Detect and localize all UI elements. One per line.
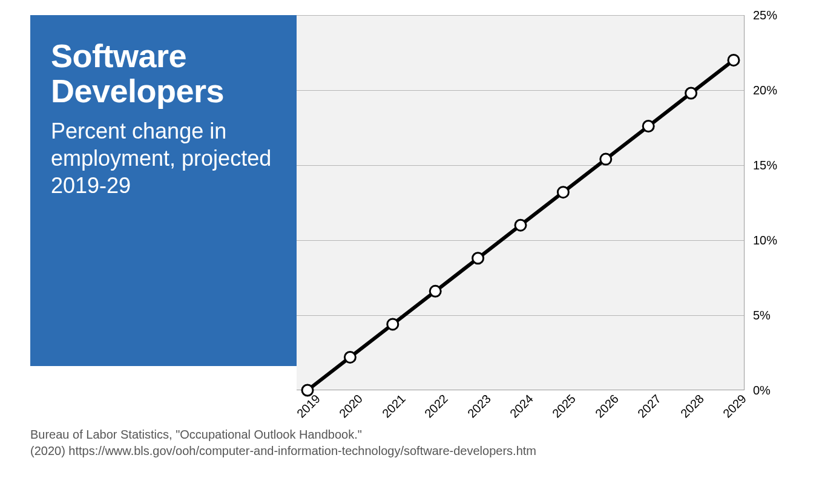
chart-subtitle: Percent change in employment, projected … (51, 117, 276, 199)
y-axis-tick: 5% (753, 309, 771, 322)
x-axis-tick: 2025 (550, 392, 579, 421)
x-axis-tick: 2023 (465, 392, 494, 421)
data-point (557, 187, 568, 198)
x-axis-tick: 2021 (380, 392, 409, 421)
plot-area: 0%5%10%15%20%25%201920202021202220232024… (297, 15, 745, 390)
x-axis-tick: 2022 (422, 392, 451, 421)
data-point (473, 253, 484, 264)
data-point (302, 385, 313, 396)
y-axis-tick: 0% (753, 384, 771, 398)
data-point (515, 220, 526, 231)
y-axis-tick: 20% (753, 83, 777, 97)
data-point (728, 54, 739, 65)
source-line-1: Bureau of Labor Statistics, "Occupationa… (30, 427, 793, 443)
x-axis-tick: 2027 (635, 392, 664, 421)
data-point (430, 286, 441, 296)
source-line-2: (2020) https://www.bls.gov/ooh/computer-… (30, 443, 793, 459)
line-series (297, 15, 745, 390)
data-point (387, 319, 398, 330)
x-axis-tick: 2029 (720, 392, 749, 421)
x-axis-tick: 2020 (337, 392, 366, 421)
chart-title: Software Developers (51, 38, 276, 109)
info-panel: Software Developers Percent change in em… (30, 15, 297, 366)
x-axis-tick: 2028 (678, 392, 707, 421)
y-axis-tick: 15% (753, 159, 777, 172)
title-line-2: Developers (51, 73, 224, 109)
x-axis-tick: 2026 (593, 392, 622, 421)
x-axis-tick: 2024 (507, 392, 536, 421)
data-point (643, 121, 654, 132)
data-point (600, 154, 611, 165)
data-point (686, 88, 697, 99)
title-line-1: Software (51, 38, 186, 74)
chart-area: 0%5%10%15%20%25%201920202021202220232024… (297, 15, 793, 390)
y-axis-tick: 25% (753, 8, 777, 22)
data-point (344, 352, 355, 362)
source-citation: Bureau of Labor Statistics, "Occupationa… (30, 427, 793, 459)
y-axis-tick: 10% (753, 234, 777, 247)
